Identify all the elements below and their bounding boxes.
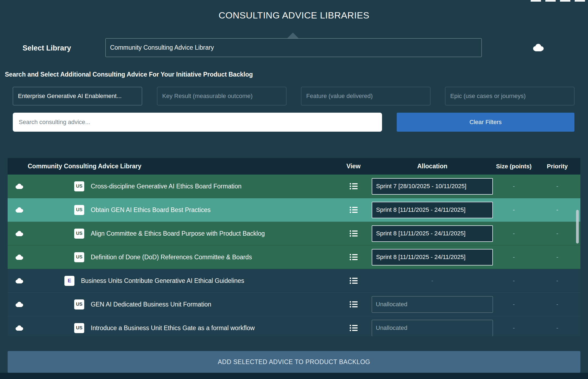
feature-filter-select[interactable]: Feature (value delivered) xyxy=(301,87,430,105)
list-view-icon[interactable] xyxy=(349,206,358,213)
search-advice-input[interactable] xyxy=(13,113,382,132)
type-badge: US xyxy=(74,205,84,215)
cloud-icon xyxy=(15,277,24,284)
allocation-select[interactable]: Sprint 8 [11/11/2025 - 24/11/2025] xyxy=(372,249,493,266)
cloud-icon xyxy=(532,43,545,52)
table-row[interactable]: US Cross-discipline Generative AI Ethics… xyxy=(8,175,580,198)
priority-value: - xyxy=(534,254,580,261)
bottom-strip xyxy=(0,373,588,379)
column-library: Community Consulting Advice Library xyxy=(8,163,336,170)
advice-table-body: US Cross-discipline Generative AI Ethics… xyxy=(8,175,580,336)
allocation-select[interactable]: Unallocated xyxy=(372,296,493,313)
size-value: - xyxy=(493,254,534,261)
type-badge: E xyxy=(64,276,74,286)
table-row[interactable]: US Definition of Done (DoD) References C… xyxy=(8,245,580,269)
epic-filter-select[interactable]: Epic (use cases or journeys) xyxy=(445,87,574,105)
advice-title: Definition of Done (DoD) References Comm… xyxy=(91,254,252,261)
size-value: - xyxy=(493,206,534,213)
allocation-select[interactable]: Sprint 8 [11/11/2025 - 24/11/2025] xyxy=(372,202,493,218)
table-row[interactable]: US GEN AI Dedicated Business Unit Format… xyxy=(8,293,580,316)
advice-table: Community Consulting Advice Library View… xyxy=(8,158,580,336)
size-value: - xyxy=(493,301,534,308)
priority-value: - xyxy=(534,324,580,331)
key-result-filter-select[interactable]: Key Result (measurable outcome) xyxy=(157,87,286,105)
advice-title: Cross-discipline Generative AI Ethics Bo… xyxy=(91,183,242,190)
initiative-filter-value: Enterprise Generative AI Enablement... xyxy=(18,93,122,100)
table-row[interactable]: E Business Units Contribute Generative A… xyxy=(8,269,580,293)
page-title: CONSULTING ADVICE LIBRARIES xyxy=(0,10,588,21)
row-main-cell: US Cross-discipline Generative AI Ethics… xyxy=(8,181,336,191)
list-view-icon[interactable] xyxy=(349,254,358,261)
list-view-icon[interactable] xyxy=(349,277,358,284)
size-value: - xyxy=(493,183,534,190)
column-view: View xyxy=(336,163,371,170)
advice-title: Introduce a Business Unit Ethics Gate as… xyxy=(91,324,255,332)
cloud-icon xyxy=(15,254,24,260)
priority-value: - xyxy=(534,230,580,237)
epic-placeholder: Epic (use cases or journeys) xyxy=(450,93,526,100)
advice-title: Obtain GEN AI Ethics Board Best Practice… xyxy=(91,206,211,214)
type-badge: US xyxy=(74,252,84,262)
allocation-select[interactable]: Sprint 7 [28/10/2025 - 10/11/2025] xyxy=(372,178,493,195)
column-priority: Priority xyxy=(534,163,580,170)
clear-filters-button[interactable]: Clear Filters xyxy=(397,113,574,132)
column-allocation: Allocation xyxy=(371,163,493,170)
type-badge: US xyxy=(74,299,84,309)
advice-title: Business Units Contribute Generative AI … xyxy=(81,277,244,285)
consulting-advice-libraries-page: CONSULTING ADVICE LIBRARIES Select Libra… xyxy=(0,0,588,379)
row-main-cell: E Business Units Contribute Generative A… xyxy=(8,276,336,286)
feature-placeholder: Feature (value delivered) xyxy=(306,93,373,100)
table-row[interactable]: US Obtain GEN AI Ethics Board Best Pract… xyxy=(8,198,580,222)
library-select-value: Community Consulting Advice Library xyxy=(110,44,214,51)
size-value: - xyxy=(493,324,534,331)
cropped-logo xyxy=(531,0,585,2)
allocation-select[interactable]: Sprint 8 [11/11/2025 - 24/11/2025] xyxy=(372,225,493,242)
row-main-cell: US GEN AI Dedicated Business Unit Format… xyxy=(8,299,336,309)
filters-heading: Search and Select Additional Consulting … xyxy=(5,70,253,78)
dropdown-caret-icon xyxy=(287,33,299,39)
type-badge: US xyxy=(74,181,84,191)
table-scrollbar[interactable] xyxy=(576,210,579,244)
cloud-icon xyxy=(15,183,24,190)
table-row[interactable]: US Align Committee & Ethics Board Purpos… xyxy=(8,222,580,245)
initiative-filter-select[interactable]: Enterprise Generative AI Enablement... xyxy=(13,87,142,105)
priority-value: - xyxy=(534,277,580,284)
advice-title: GEN AI Dedicated Business Unit Formation xyxy=(91,301,211,308)
cloud-icon xyxy=(15,325,24,331)
row-main-cell: US Definition of Done (DoD) References C… xyxy=(8,252,336,262)
row-main-cell: US Align Committee & Ethics Board Purpos… xyxy=(8,229,336,239)
list-view-icon[interactable] xyxy=(349,230,358,237)
size-value: - xyxy=(493,277,534,284)
list-view-icon[interactable] xyxy=(349,324,358,331)
library-select[interactable]: Community Consulting Advice Library xyxy=(105,38,482,57)
table-row[interactable]: US Introduce a Business Unit Ethics Gate… xyxy=(8,316,580,336)
column-size: Size (points) xyxy=(493,163,534,170)
cloud-icon xyxy=(15,301,24,308)
allocation-select: - xyxy=(431,273,433,289)
cloud-icon xyxy=(15,207,24,213)
size-value: - xyxy=(493,230,534,237)
cloud-icon xyxy=(15,230,24,237)
type-badge: US xyxy=(74,229,84,239)
priority-value: - xyxy=(534,183,580,190)
advice-title: Align Committee & Ethics Board Purpose w… xyxy=(91,230,265,237)
key-result-placeholder: Key Result (measurable outcome) xyxy=(162,93,253,100)
type-badge: US xyxy=(74,323,84,333)
row-main-cell: US Introduce a Business Unit Ethics Gate… xyxy=(8,323,336,333)
row-main-cell: US Obtain GEN AI Ethics Board Best Pract… xyxy=(8,205,336,215)
priority-value: - xyxy=(534,206,580,213)
select-library-label: Select Library xyxy=(23,43,71,53)
priority-value: - xyxy=(534,301,580,308)
list-view-icon[interactable] xyxy=(349,183,358,190)
advice-table-header: Community Consulting Advice Library View… xyxy=(8,158,580,175)
list-view-icon[interactable] xyxy=(349,301,358,308)
add-selected-advice-button[interactable]: ADD SELECTED ADVICE TO PRODUCT BACKLOG xyxy=(8,351,580,373)
allocation-select[interactable]: Unallocated xyxy=(372,320,493,336)
